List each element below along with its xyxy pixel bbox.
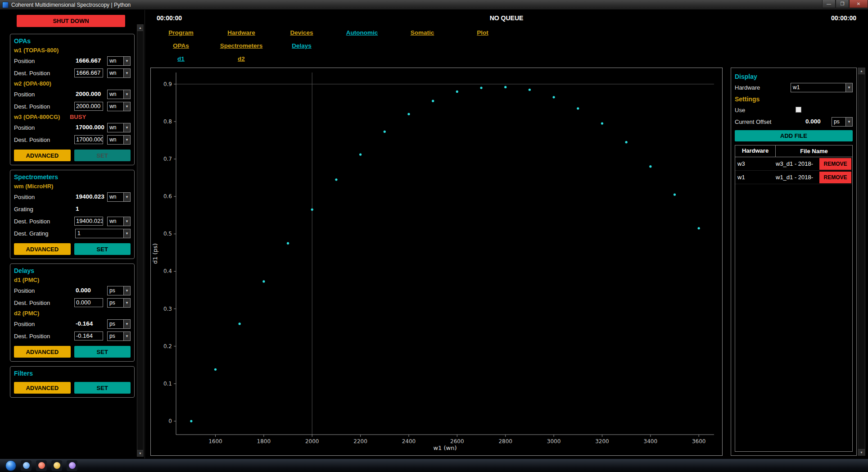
- w3-position-unit-select[interactable]: wn ▼: [107, 123, 131, 132]
- offset-files-table: Hardware File Name w3 w3_d1 - 2018- REMO…: [735, 145, 853, 452]
- w2-position-unit-select[interactable]: wn ▼: [107, 90, 131, 99]
- dropdown-arrow-icon[interactable]: ▼: [123, 136, 130, 144]
- tab-d1[interactable]: d1: [151, 52, 211, 65]
- tab-plot[interactable]: Plot: [452, 26, 513, 39]
- scroll-up-icon[interactable]: ▲: [137, 25, 143, 31]
- dropdown-arrow-icon[interactable]: ▼: [123, 217, 130, 226]
- d1-position-unit-select[interactable]: ps ▼: [107, 286, 131, 295]
- delays-group: Delays d1 (PMC) Position 0.000 ps ▼ Dest…: [10, 263, 135, 362]
- tab-opas[interactable]: OPAs: [151, 39, 211, 52]
- svg-text:0.8: 0.8: [163, 118, 172, 125]
- w2-dest-input[interactable]: 2000.000: [74, 102, 103, 111]
- hardware-select[interactable]: w1 ▼: [791, 83, 853, 92]
- w1-name: w1 (TOPAS-800): [14, 46, 131, 55]
- wm-grating-value: 1: [76, 205, 79, 212]
- remove-button[interactable]: REMOVE: [819, 158, 851, 170]
- tab-d2[interactable]: d2: [211, 52, 271, 65]
- dropdown-arrow-icon[interactable]: ▼: [845, 118, 852, 126]
- tab-devices[interactable]: Devices: [271, 26, 332, 39]
- shutdown-button[interactable]: SHUT DOWN: [17, 15, 125, 27]
- svg-text:3600: 3600: [692, 438, 706, 445]
- tab-spectrometers[interactable]: Spectrometers: [211, 39, 271, 52]
- main-tabs: Program Hardware Devices Autonomic Somat…: [151, 26, 513, 39]
- dropdown-arrow-icon[interactable]: ▼: [123, 193, 130, 201]
- opas-advanced-button[interactable]: ADVANCED: [14, 150, 71, 161]
- w1-dest-input[interactable]: 1666.667: [74, 68, 103, 77]
- filters-header: Filters: [14, 368, 131, 378]
- d2-dest-unit-select[interactable]: ps ▼: [107, 331, 131, 341]
- taskbar-app-red-icon[interactable]: [36, 460, 47, 471]
- dropdown-arrow-icon[interactable]: ▼: [123, 102, 130, 111]
- delays-set-button[interactable]: SET: [74, 346, 131, 358]
- tab-hardware[interactable]: Hardware: [211, 26, 271, 39]
- dropdown-arrow-icon[interactable]: ▼: [123, 123, 130, 132]
- start-button-icon[interactable]: [5, 460, 16, 471]
- use-checkbox[interactable]: [796, 107, 801, 113]
- w3-name-label: w3 (OPA-800CG): [14, 113, 60, 120]
- dropdown-arrow-icon[interactable]: ▼: [123, 69, 130, 77]
- dropdown-arrow-icon[interactable]: ▼: [123, 229, 130, 238]
- taskbar-app-purple-icon[interactable]: [67, 460, 77, 471]
- scroll-down-icon[interactable]: ▼: [137, 450, 143, 456]
- filters-advanced-button[interactable]: ADVANCED: [14, 382, 71, 394]
- svg-text:0.9: 0.9: [163, 81, 172, 87]
- w3-dest-unit-select[interactable]: wn ▼: [107, 135, 131, 145]
- dest-position-label: Dest. Position: [14, 70, 50, 77]
- plot-canvas[interactable]: 1600180020002200240026002800300032003400…: [151, 68, 722, 455]
- d2-position-unit-select[interactable]: ps ▼: [107, 319, 131, 329]
- taskbar-app-gold-icon[interactable]: [51, 460, 62, 471]
- wm-dest-input[interactable]: 19400.023: [74, 217, 103, 226]
- add-file-button[interactable]: ADD FILE: [735, 130, 853, 141]
- dropdown-arrow-icon[interactable]: ▼: [123, 299, 130, 307]
- w1-position-unit-select[interactable]: wn ▼: [107, 56, 131, 66]
- scroll-up-icon[interactable]: ▲: [858, 68, 865, 74]
- dropdown-arrow-icon[interactable]: ▼: [845, 83, 852, 92]
- tab-delays[interactable]: Delays: [271, 39, 332, 52]
- spectrometers-set-button[interactable]: SET: [74, 243, 131, 255]
- minimize-button[interactable]: —: [822, 0, 836, 8]
- maximize-button[interactable]: ❐: [836, 0, 849, 8]
- filters-set-button[interactable]: SET: [74, 382, 131, 394]
- w1-dest-unit-select[interactable]: wn ▼: [107, 68, 131, 78]
- d1-dest-unit-select[interactable]: ps ▼: [107, 298, 131, 308]
- dropdown-arrow-icon[interactable]: ▼: [123, 286, 130, 295]
- tab-program[interactable]: Program: [151, 26, 211, 39]
- svg-text:3200: 3200: [595, 438, 609, 445]
- sidebar-scrollbar[interactable]: ▲ ▼: [137, 24, 144, 457]
- w2-name: w2 (OPA-800): [14, 79, 131, 88]
- w1-position-row: Position 1666.667 wn ▼: [14, 55, 131, 67]
- w2-dest-unit-select[interactable]: wn ▼: [107, 102, 131, 111]
- row-file-name: w3_d1 - 2018-: [776, 160, 819, 167]
- correction-plot[interactable]: 1600180020002200240026002800300032003400…: [150, 68, 723, 456]
- tab-autonomic[interactable]: Autonomic: [332, 26, 392, 39]
- taskbar-browser-icon[interactable]: [21, 460, 32, 471]
- w3-dest-input[interactable]: 17000.000: [74, 135, 103, 144]
- remove-button[interactable]: REMOVE: [819, 172, 851, 183]
- offset-unit-select[interactable]: ps ▼: [832, 117, 853, 127]
- display-panel-scrollbar[interactable]: ▲ ▼: [858, 68, 865, 456]
- opas-set-button[interactable]: SET: [74, 150, 131, 161]
- d1-dest-input[interactable]: 0.000: [74, 298, 103, 307]
- close-button[interactable]: ✕: [849, 0, 868, 8]
- settings-header: Settings: [735, 94, 853, 105]
- remaining-time: 00:00:00: [831, 14, 856, 22]
- table-row: w3 w3_d1 - 2018- REMOVE: [735, 157, 852, 171]
- delays-advanced-button[interactable]: ADVANCED: [14, 346, 71, 358]
- wm-position-unit-select[interactable]: wn ▼: [107, 192, 131, 202]
- app-red-icon: [38, 462, 45, 469]
- dropdown-arrow-icon[interactable]: ▼: [123, 320, 130, 328]
- dropdown-arrow-icon[interactable]: ▼: [123, 90, 130, 99]
- w3-position-row: Position 17000.000 wn ▼: [14, 122, 131, 134]
- tab-somatic[interactable]: Somatic: [392, 26, 452, 39]
- spectrometers-advanced-button[interactable]: ADVANCED: [14, 243, 71, 255]
- wm-dest-grating-select[interactable]: 1 ▼: [75, 229, 131, 238]
- w3-name: w3 (OPA-800CG) BUSY: [14, 113, 131, 122]
- scroll-down-icon[interactable]: ▼: [858, 449, 865, 455]
- filters-button-row: ADVANCED SET: [14, 382, 131, 394]
- dropdown-arrow-icon[interactable]: ▼: [123, 332, 130, 340]
- d2-dest-input[interactable]: -0.164: [74, 331, 103, 340]
- queue-statusbar: 00:00:00 NO QUEUE 00:00:00: [145, 10, 868, 26]
- wm-dest-unit-select[interactable]: wn ▼: [107, 217, 131, 226]
- w1-position-value: 1666.667: [76, 57, 101, 64]
- dropdown-arrow-icon[interactable]: ▼: [123, 57, 130, 65]
